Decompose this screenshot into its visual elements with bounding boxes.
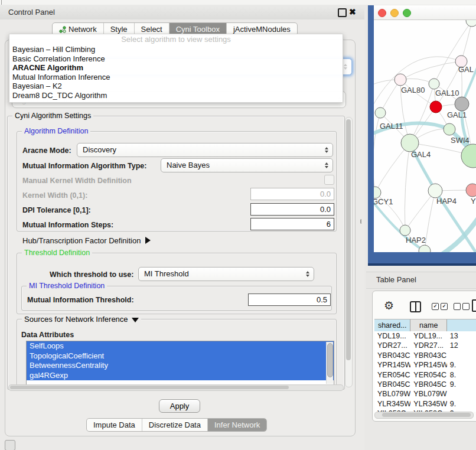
table-cell: YLR345W [374, 399, 410, 409]
aracne-mode-select[interactable]: Discovery [77, 143, 333, 157]
network-node[interactable] [461, 144, 476, 168]
close-icon[interactable]: ✖ [349, 5, 356, 19]
table-cell: YER054C [410, 370, 446, 380]
sources-group-title[interactable]: Sources for Network Inference [22, 315, 141, 324]
column-header-name[interactable]: name [410, 319, 446, 332]
network-node-gal1[interactable] [430, 101, 442, 113]
algorithm-option[interactable]: Mutual Information Inference [9, 73, 343, 82]
network-node-y[interactable] [466, 184, 476, 197]
data-attribute-item[interactable]: gal4RGexp [27, 371, 334, 381]
network-node[interactable] [419, 245, 431, 252]
network-edge [434, 21, 472, 84]
table-cell: YBR045C [410, 380, 446, 389]
network-node-label: GCY1 [374, 197, 393, 206]
close-traffic-light-icon[interactable] [378, 9, 386, 17]
kernel-width-label: Kernel Width (0,1): [22, 191, 87, 200]
network-node-hap4[interactable] [428, 184, 442, 198]
network-view-canvas[interactable]: GALGAL80GAL10GAL1SWI4GAL11GAL4HAP4YGCY1H… [374, 20, 476, 252]
algorithm-definition-title: Algorithm Definition [22, 127, 90, 135]
top-strip [0, 0, 476, 5]
network-node-label: GAL80 [401, 86, 425, 94]
kernel-width-field[interactable]: 0.0 [250, 188, 334, 200]
table-horizontal-scrollbar[interactable] [374, 412, 474, 419]
network-node-label: HAP2 [406, 236, 426, 244]
table-cell [447, 351, 476, 360]
network-node[interactable] [455, 97, 469, 111]
dpi-tolerance-field[interactable]: 0.0 [250, 203, 334, 216]
settings-vscroll-thumb[interactable] [346, 119, 351, 360]
mi-algorithm-type-value: Naive Bayes [167, 161, 210, 169]
network-node-gal4[interactable] [401, 134, 419, 152]
expander-arrow-icon [145, 237, 151, 244]
data-attribute-item[interactable]: TopologicalCoefficient [27, 351, 334, 361]
network-node-gal10[interactable] [429, 79, 439, 89]
table-row[interactable]: YDR27...YDR27...12 [374, 341, 476, 350]
network-node-gal11[interactable] [375, 107, 386, 118]
bottom-left-mini-icon[interactable] [5, 440, 15, 450]
deselect-all-checkboxes-icon[interactable] [454, 303, 470, 310]
columns-icon[interactable] [410, 301, 421, 312]
table-row[interactable]: YBR045CYBR045C9. [374, 380, 476, 389]
algorithm-option[interactable]: ARACNE Algorithm [9, 63, 343, 73]
table-row[interactable]: YDL19...YDL19...13 [374, 331, 476, 341]
hub-definition-expander[interactable]: Hub/Transcription Factor Definition [22, 236, 151, 245]
network-node-hap2[interactable] [400, 225, 410, 236]
table-row[interactable]: YLR345WYLR345W9. [374, 399, 476, 409]
attributes-scroll-thumb[interactable] [327, 343, 333, 377]
column-header-cut[interactable] [447, 319, 476, 332]
tab-infer-network[interactable]: Infer Network [208, 419, 266, 431]
gear-icon[interactable]: ⚙ [384, 299, 394, 312]
settings-horizontal-scrollbar[interactable] [8, 384, 344, 391]
algorithm-option[interactable]: Bayesian – Hill Climbing [9, 45, 343, 54]
manual-kernel-width-checkbox[interactable] [324, 175, 334, 185]
algorithm-option[interactable]: Bayesian – K2 [9, 81, 343, 91]
table-hscroll-thumb[interactable] [382, 413, 471, 417]
network-window-titlebar[interactable] [374, 5, 476, 20]
table-cell: YBL079W [374, 389, 410, 399]
network-icon [59, 26, 66, 33]
table-header-row: shared... name [374, 319, 476, 332]
table-row[interactable]: YER054CYER054C8. [374, 370, 476, 380]
network-node-label: SWI4 [451, 136, 470, 145]
network-edge [461, 21, 472, 61]
data-attribute-item[interactable]: BetweennessCentrality [27, 361, 334, 371]
combo-arrows-icon [344, 64, 347, 70]
tab-impute-data[interactable]: Impute Data [87, 419, 142, 431]
table-row[interactable]: YBL079WYBL079W [374, 389, 476, 399]
minimize-traffic-light-icon[interactable] [390, 9, 399, 17]
table-row[interactable]: YPR145WYPR145W9. [374, 360, 476, 370]
data-attributes-list[interactable]: SelfLoopsTopologicalCoefficientBetweenne… [26, 341, 334, 386]
mi-threshold-field[interactable]: 0.5 [248, 294, 331, 306]
panel-splitter-handle[interactable] [360, 219, 364, 224]
network-node-label: GAL [458, 65, 474, 74]
zoom-traffic-light-icon[interactable] [403, 9, 411, 17]
algorithm-dropdown-items: Bayesian – Hill ClimbingBasic Correlatio… [9, 45, 343, 100]
network-node[interactable] [466, 20, 476, 27]
which-threshold-value: MI Threshold [144, 269, 189, 278]
apply-button[interactable]: Apply [159, 399, 200, 413]
table-cell: YPR145W [374, 360, 410, 370]
select-all-checkboxes-icon[interactable]: ✓✓ [432, 303, 448, 310]
table-panel-title: Table Panel [376, 272, 416, 288]
algorithm-dropdown-list: Select algorithm to view settings Bayesi… [9, 34, 343, 103]
network-node-label: GAL1 [447, 110, 467, 119]
combo-arrows-icon [325, 162, 328, 168]
settings-vertical-scrollbar[interactable] [345, 117, 353, 387]
table-cell: YPR145W [410, 360, 446, 370]
attributes-list-scrollbar[interactable] [326, 342, 333, 384]
table-row[interactable]: YBR043CYBR043C [374, 351, 476, 360]
network-node-swi4[interactable] [444, 123, 455, 135]
float-window-icon[interactable] [338, 8, 347, 17]
mi-algorithm-type-select[interactable]: Naive Bayes [161, 158, 333, 172]
combo-arrows-icon [306, 271, 309, 277]
mi-steps-field[interactable]: 6 [250, 218, 334, 230]
tab-discretize-data[interactable]: Discretize Data [142, 419, 208, 431]
algorithm-option[interactable]: Dream8 DC_TDC Algorithm [9, 91, 343, 100]
settings-hscroll-thumb[interactable] [10, 386, 289, 389]
network-node-gal80[interactable] [395, 74, 406, 86]
column-header-shared-name[interactable]: shared... [374, 319, 410, 332]
export-table-icon[interactable] [472, 299, 476, 312]
algorithm-option[interactable]: Basic Correlation Inference [9, 54, 343, 64]
data-attribute-item[interactable]: SelfLoops [27, 341, 334, 351]
which-threshold-select[interactable]: MI Threshold [138, 267, 314, 281]
